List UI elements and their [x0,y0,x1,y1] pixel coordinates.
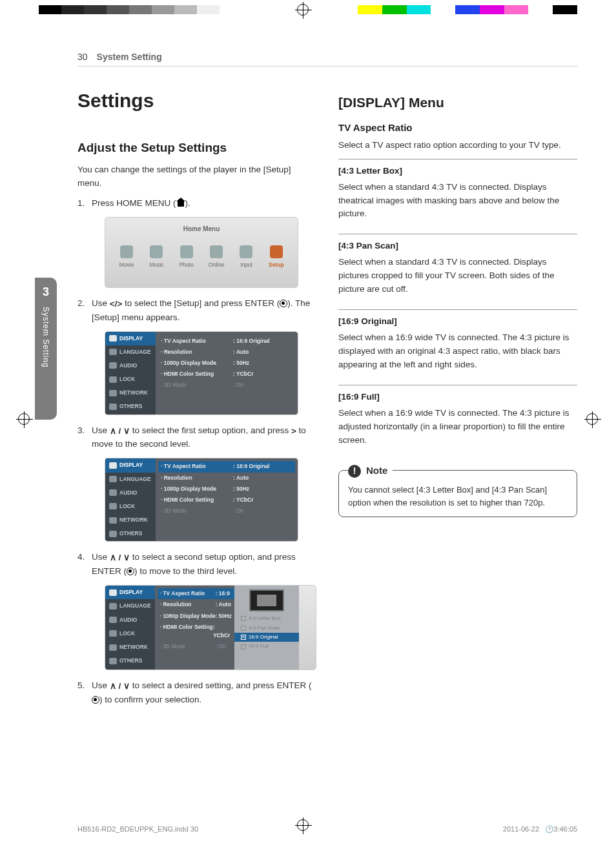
setup-side-item: AUDIO [105,613,155,627]
setup-row: TV Aspect Ratio16:9 Original [158,461,295,472]
setup-row: 3D ModeOn [160,641,232,652]
setup-row: TV Aspect Ratio16:9 Original [161,336,293,347]
enter-icon [127,568,134,575]
footer-file: HB516-RD2_BDEUPPK_ENG.indd 30 [77,825,198,834]
option-title: [16:9 Full] [338,391,577,404]
menu-icon [120,245,133,258]
setup-menu-screenshot-3: DISPLAYLANGUAGEAUDIOLOCKNETWORKOTHERS TV… [105,585,316,670]
setup-row: 1080p Display Mode50Hz [161,484,293,495]
setup-side-item: NETWORK [105,386,156,400]
menu-icon [270,245,283,258]
setup-side-item: OTHERS [105,654,155,668]
home-menu-item: Input [234,245,258,269]
setup-side-item: LOCK [105,627,155,640]
clock-icon: 🕐 [545,825,551,834]
setup-row: ResolutionAuto [160,599,232,610]
category-icon [109,589,117,596]
setup-side-item: LOCK [105,500,156,513]
chapter-label: System Setting [41,307,50,368]
category-icon [109,349,117,355]
category-icon [109,658,117,664]
intro-text: You can change the settings of the playe… [77,163,316,190]
category-icon [109,390,117,396]
setup-side-item: LANGUAGE [105,345,156,359]
registration-mark-icon [586,413,598,425]
enter-icon [280,300,287,307]
setup-row: HDMI Color SettingYCbCr [160,622,232,641]
category-icon [109,603,117,609]
enter-icon [92,696,99,704]
chapter-number: 3 [43,285,49,299]
category-icon [109,476,117,482]
right-icon: > [291,425,296,438]
menu-icon [240,245,252,258]
note-box: ! Note You cannot select [4:3 Letter Box… [338,470,577,517]
setup-row: ResolutionAuto [161,473,293,484]
aspect-option: 4:3 Letter Box [234,614,299,623]
aspect-option: 16:9 Original [234,633,299,642]
page-footer: HB516-RD2_BDEUPPK_ENG.indd 30 2011-06-22… [77,825,577,834]
option-body: Select when a standard 4:3 TV is connect… [338,181,577,221]
page-section: System Setting [97,52,162,62]
setup-row: ResolutionAuto [161,347,293,358]
menu-icon [180,245,193,258]
setup-side-item: DISPLAY [105,586,155,599]
note-label: Note [366,464,387,478]
home-menu-screenshot: Home Menu MovieMusicPhotoOnlineInputSetu… [105,217,298,288]
home-menu-item: Online [204,245,229,269]
category-icon [109,531,117,537]
setup-side-item: LOCK [105,373,156,386]
page-header: 30 System Setting [77,52,577,66]
category-icon [109,462,117,469]
category-icon [109,404,117,410]
registration-mark-icon [297,4,309,15]
step-5: Use ∧ / ∨ to select a desired setting, a… [77,679,316,707]
aspect-intro: Select a TV aspect ratio option accordin… [338,139,577,152]
note-body: You cannot select [4:3 Letter Box] and [… [348,485,547,507]
option-body: Select when a 16:9 wide TV is connected.… [338,407,577,447]
menu-icon [210,245,223,258]
category-icon [109,503,117,509]
setup-side-item: NETWORK [105,640,155,654]
setup-row: TV Aspect Ratio16:9 [158,588,235,599]
setup-side-item: NETWORK [105,513,156,527]
page-title: Settings [77,86,316,116]
setup-menu-screenshot-2: DISPLAYLANGUAGEAUDIOLOCKNETWORKOTHERS TV… [105,458,298,542]
step-1: Press HOME MENU (). Home Menu MovieMusic… [77,197,316,288]
category-icon [109,617,117,623]
home-menu-item: Music [144,245,169,269]
display-menu-heading: [DISPLAY] Menu [338,92,577,114]
step-3: Use ∧ / ∨ to select the first setup opti… [77,424,316,542]
section-heading: Adjust the Setup Settings [77,138,316,157]
aspect-option: 16:9 Full [234,642,299,651]
setup-row: 1080p Display Mode50Hz [160,611,232,622]
option-title: [4:3 Pan Scan] [338,240,577,253]
aspect-option-block: [4:3 Pan Scan]Select when a standard 4:3… [338,234,577,309]
setup-side-item: DISPLAY [105,332,156,345]
setup-side-item: OTHERS [105,400,156,413]
setup-row: 3D ModeOn [161,380,293,391]
menu-icon [150,245,163,258]
aspect-option: 4:3 Pan Scan [234,624,299,633]
registration-mark-icon [18,413,30,425]
preview-icon [249,589,284,611]
category-icon [109,517,117,524]
setup-side-item: AUDIO [105,486,156,500]
tv-aspect-heading: TV Aspect Ratio [338,120,577,135]
category-icon [109,376,117,383]
option-body: Select when a 16:9 wide TV is connected.… [338,331,577,372]
aspect-option-block: [16:9 Full]Select when a 16:9 wide TV is… [338,385,577,460]
category-icon [109,644,117,651]
option-title: [4:3 Letter Box] [338,165,577,178]
step-4: Use ∧ / ∨ to select a second setup optio… [77,551,316,670]
home-menu-item: Photo [174,245,199,269]
up-down-icon: ∧ / ∨ [110,551,130,565]
category-icon [109,335,117,342]
home-menu-item: Setup [264,245,289,269]
category-icon [109,362,117,369]
page-number: 30 [77,52,88,62]
up-down-icon: ∧ / ∨ [110,680,130,693]
home-menu-title: Home Menu [105,218,298,242]
setup-side-item: AUDIO [105,359,156,373]
footer-date: 2011-06-22 [503,825,539,833]
